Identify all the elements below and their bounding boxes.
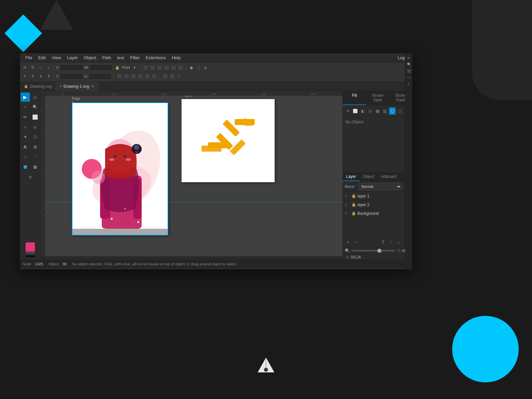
menu-path[interactable]: Path (99, 55, 114, 61)
flip-v-icon[interactable]: ↕ (45, 64, 52, 71)
layer-item-2[interactable]: ≡ 🔒 layer 2 (343, 200, 412, 209)
geo-3-icon[interactable]: ◎ (202, 64, 209, 71)
horizontal-scrollbar[interactable] (41, 256, 342, 260)
mini-layers-icon[interactable]: ⬛ (406, 68, 412, 74)
fill-flat-btn[interactable]: ⬜ (352, 107, 358, 115)
blend-select[interactable]: Normal (358, 183, 402, 190)
menu-view[interactable]: View (49, 55, 64, 61)
align-mc-icon[interactable]: ⬛ (170, 64, 177, 71)
align-tc-icon[interactable]: ⬛ (149, 64, 156, 71)
fill-swatch-btn[interactable]: ⬡ (389, 107, 395, 115)
layer-item-bg[interactable]: ≡ 🔒 Background (343, 209, 412, 218)
layerbg-eye-icon[interactable]: ≡ (345, 211, 350, 216)
curve-tool[interactable]: ⌒ (31, 152, 40, 162)
y-input[interactable] (60, 73, 83, 80)
snap-c-icon[interactable]: ◌ (176, 73, 183, 80)
select-tool[interactable]: ▶ (21, 92, 30, 102)
hatch-tool[interactable]: ▦ (31, 162, 40, 172)
mini-ext-icon[interactable]: E (406, 81, 412, 87)
menu-edit[interactable]: Edit (36, 55, 48, 61)
lasso-tool[interactable]: ⌖ (21, 102, 30, 112)
zoom-tool[interactable]: 🔍 (31, 102, 40, 112)
align-ml-icon[interactable]: ⬛ (163, 64, 170, 71)
tab-fill[interactable]: Fill (343, 91, 366, 105)
snap-a-icon[interactable]: ⬛ (162, 73, 169, 80)
menu-filter[interactable]: Filter (127, 55, 142, 61)
layer-item-1[interactable]: ≡ 🔒 layer 1 + (343, 192, 412, 200)
menu-layer[interactable]: Layer (64, 55, 80, 61)
snap-4-icon[interactable]: ⇕ (45, 73, 52, 80)
tab-object[interactable]: Object (359, 173, 378, 181)
foreground-color[interactable] (26, 242, 35, 252)
table-tool[interactable]: ⊞ (31, 142, 40, 152)
page1[interactable]: ⊡ (72, 102, 168, 235)
node-tool[interactable]: ◇ (31, 92, 40, 102)
menu-extensions[interactable]: Extentions (143, 55, 169, 61)
menu-text[interactable]: text (114, 55, 127, 61)
lock-aspect-icon[interactable]: 🔒 (114, 64, 121, 71)
canvas[interactable]: Page 1 (45, 96, 342, 256)
move-down-btn[interactable]: ↓ (396, 239, 402, 245)
align-bl-icon[interactable]: ⬛ (116, 73, 123, 80)
tab-artboard[interactable]: Artboard (378, 173, 400, 181)
geo-1-icon[interactable]: ◉ (188, 64, 195, 71)
text-tool[interactable]: A (21, 142, 30, 152)
ellipse-tool[interactable]: ◎ (31, 122, 40, 132)
x-input[interactable] (60, 64, 83, 71)
zoom-slider[interactable] (351, 250, 395, 251)
menu-help[interactable]: Help (169, 55, 184, 61)
fill-mesh-btn[interactable]: ▦ (374, 107, 381, 115)
fill-unset-btn[interactable]: ◻ (397, 107, 403, 115)
star-tool[interactable]: ✦ (21, 132, 30, 142)
dist-h-icon[interactable]: ⬛ (137, 73, 144, 80)
layer2-eye-icon[interactable]: ≡ (345, 202, 350, 207)
fill-none-btn[interactable]: ✕ (345, 107, 351, 115)
connector-tool[interactable]: ⊡ (26, 172, 35, 182)
poly-tool[interactable]: ⬡ (31, 132, 40, 142)
move-up-btn[interactable]: ↑ (388, 239, 394, 245)
mini-search-icon[interactable]: 🔍 (406, 61, 412, 67)
layerbg-lock-icon[interactable]: 🔒 (351, 211, 356, 215)
move-top-btn[interactable]: ⇑ (380, 239, 386, 245)
page2[interactable] (182, 99, 275, 182)
rect-select-tool[interactable]: ⬜ (31, 112, 40, 122)
layer2-lock-icon[interactable]: 🔒 (351, 202, 356, 207)
w-input[interactable] (89, 64, 113, 71)
eyedropper-tool[interactable]: ⌶ (21, 152, 30, 162)
tab-close-icon[interactable]: ✕ (91, 84, 94, 89)
geo-2-icon[interactable]: ◌ (195, 64, 202, 71)
menu-object[interactable]: Object (81, 55, 99, 61)
tab-drawing-2[interactable]: • Drawing-1.svg ✕ (56, 82, 99, 91)
mini-code-icon[interactable]: <> (406, 74, 412, 80)
undo-icon[interactable]: ↺ (21, 64, 28, 71)
snap-1-icon[interactable]: ⇧ (21, 73, 28, 80)
align-tl-icon[interactable]: ⬛ (142, 64, 149, 71)
fill-linear-btn[interactable]: ◧ (359, 107, 366, 115)
tab-drawing-1[interactable]: 🔒 Drawing.svg (20, 82, 56, 91)
paint-tool[interactable]: 🪣 (21, 162, 30, 172)
tab-stroke-style[interactable]: Stroke Style (366, 91, 389, 105)
pixel-dropdown-icon[interactable]: ▾ (131, 64, 138, 71)
align-br-icon[interactable]: ⬛ (130, 73, 137, 80)
h-input[interactable] (88, 73, 112, 80)
menu-file[interactable]: File (23, 55, 35, 61)
layer1-eye-icon[interactable]: ≡ (345, 194, 350, 199)
tab-layer[interactable]: Layer (343, 173, 359, 181)
redo-icon[interactable]: ↻ (29, 64, 36, 71)
fill-pattern-btn[interactable]: ▥ (382, 107, 388, 115)
mini-arrow-icon[interactable]: ▶ (406, 55, 412, 61)
circle-tool[interactable]: ○ (21, 122, 30, 132)
remove-layer-btn[interactable]: − (353, 239, 359, 245)
pencil-tool[interactable]: ✏ (21, 112, 30, 122)
fill-radial-btn[interactable]: ◎ (367, 107, 373, 115)
align-tr-icon[interactable]: ⬛ (156, 64, 163, 71)
snap-b-icon[interactable]: ⬛ (169, 73, 176, 80)
flip-h-icon[interactable]: ↔ (37, 64, 44, 71)
snap-3-icon[interactable]: ⇓ (37, 73, 44, 80)
snap-2-icon[interactable]: ⇑ (29, 73, 36, 80)
dist-eq-icon[interactable]: ⬛ (151, 73, 158, 80)
layer1-lock-icon[interactable]: 🔒 (351, 194, 356, 198)
align-mr-icon[interactable]: ⬛ (177, 64, 184, 71)
zoom-thumb[interactable] (377, 249, 381, 253)
add-layer-btn[interactable]: + (345, 239, 351, 245)
